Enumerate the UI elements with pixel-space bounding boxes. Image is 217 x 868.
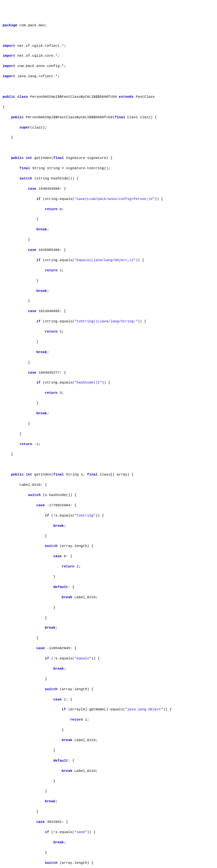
code-line: } xyxy=(3,452,214,457)
code-line: } xyxy=(3,432,214,437)
code-line: case 1826985398: { xyxy=(3,248,214,253)
code-line: public class PersonDAOImpl$$FastClassByC… xyxy=(3,95,214,100)
code-line: { xyxy=(3,105,214,110)
code-line: package com.pack.dao; xyxy=(3,23,214,28)
code-line: break; xyxy=(3,524,214,529)
code-line: } xyxy=(3,278,214,284)
code-line: } xyxy=(3,748,214,753)
code-line: import net.sf.cglib.core.*; xyxy=(3,54,214,59)
code-line: } xyxy=(3,728,214,733)
code-line: default: { xyxy=(3,758,214,764)
code-line: switch (array.length) { xyxy=(3,544,214,549)
code-line: return 2; xyxy=(3,564,214,569)
blank-line xyxy=(3,462,214,467)
code-line: public int getIndex(final Signature sign… xyxy=(3,156,214,161)
code-line: if (!s.equals("equals")) { xyxy=(3,656,214,661)
code-line: case 3522941: { xyxy=(3,819,214,825)
code-line: break; xyxy=(3,799,214,804)
code-line: case 1: { xyxy=(3,697,214,702)
code-line: import com.pack.anno.config.*; xyxy=(3,64,214,69)
code-line: break; xyxy=(3,666,214,672)
code-line: case -1776922004: { xyxy=(3,503,214,508)
code-line: } xyxy=(3,360,214,365)
code-line: } xyxy=(3,238,214,243)
code-line: } xyxy=(3,605,214,610)
code-line: case 1913648695: { xyxy=(3,309,214,314)
code-line: case 1549433696: { xyxy=(3,186,214,192)
code-line: break; xyxy=(3,840,214,845)
blank-line xyxy=(3,146,214,151)
code-line: if (string.equals("equals(Ljava/lang/Obj… xyxy=(3,258,214,263)
code-line: } xyxy=(3,850,214,856)
code-line: break Label_0218; xyxy=(3,769,214,774)
code-line: case 1984935277: { xyxy=(3,370,214,375)
code-line: break Label_0218; xyxy=(3,595,214,600)
code-line: return 3; xyxy=(3,391,214,396)
code-line: return 1; xyxy=(3,268,214,273)
code-line: } xyxy=(3,677,214,682)
code-line: default: { xyxy=(3,585,214,590)
code-line: break; xyxy=(3,227,214,232)
code-line: return -1; xyxy=(3,442,214,447)
code-line: return 0; xyxy=(3,207,214,212)
code-line: import net.sf.cglib.reflect.*; xyxy=(3,43,214,49)
code-line: break; xyxy=(3,411,214,416)
code-line: } xyxy=(3,534,214,539)
code-line: return 2; xyxy=(3,330,214,335)
code-line: public PersonDAOImpl$$FastClassByCGLIB$$… xyxy=(3,115,214,120)
code-line: switch (s.hashCode()) { xyxy=(3,493,214,498)
code-line: super(clazz); xyxy=(3,125,214,130)
code-line: if (string.equals("hashCode()I")) { xyxy=(3,380,214,385)
code-line: return 1; xyxy=(3,717,214,722)
code-line: } xyxy=(3,135,214,140)
code-line: break Label_0218; xyxy=(3,738,214,743)
code-line: Label_0218: { xyxy=(3,483,214,488)
code-line: } xyxy=(3,340,214,345)
code-line: break; xyxy=(3,625,214,630)
code-line: case -1295482945: { xyxy=(3,646,214,651)
code-line: break; xyxy=(3,350,214,355)
code-line: } xyxy=(3,401,214,406)
code-line: final String string = signature.toString… xyxy=(3,166,214,171)
code-line: } xyxy=(3,809,214,814)
blank-line xyxy=(3,84,214,89)
code-line: } xyxy=(3,217,214,222)
code-line: if (string.equals("toString()Ljava/lang/… xyxy=(3,319,214,324)
code-line: switch (array.length) { xyxy=(3,861,214,866)
code-line: if (array[0].getName().equals("java.lang… xyxy=(3,707,214,712)
code-line: } xyxy=(3,299,214,304)
code-line: import java.lang.reflect.*; xyxy=(3,74,214,79)
code-line: } xyxy=(3,421,214,427)
code-line: public int getIndex(final String s, fina… xyxy=(3,472,214,477)
code-line: } xyxy=(3,779,214,784)
code-line: } xyxy=(3,616,214,621)
code-line: if (!s.equals("save")) { xyxy=(3,830,214,835)
code-line: } xyxy=(3,789,214,794)
blank-line xyxy=(3,33,214,38)
code-line: } xyxy=(3,636,214,641)
code-line: case 0: { xyxy=(3,554,214,559)
code-line: } xyxy=(3,575,214,580)
code-line: switch (string.hashCode()) { xyxy=(3,176,214,181)
code-line: break; xyxy=(3,289,214,294)
code-line: if (string.equals("save(Lcom/pack/anno/c… xyxy=(3,197,214,202)
code-line: if (!s.equals("toString")) { xyxy=(3,513,214,519)
code-line: switch (array.length) { xyxy=(3,687,214,692)
